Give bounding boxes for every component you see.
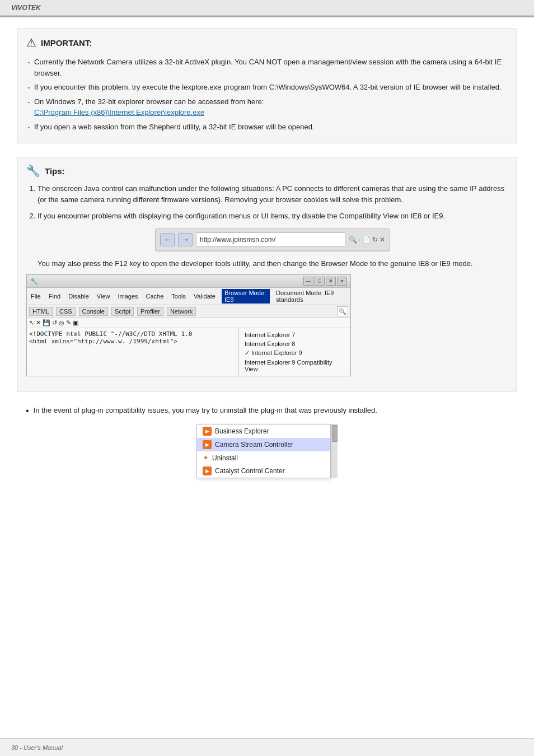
doc-mode-label: Document Mode: IE9 standards bbox=[274, 289, 348, 304]
tips-header: 🔧 Tips: bbox=[26, 164, 508, 178]
select-element-icon[interactable]: ↖ bbox=[29, 319, 34, 326]
code-line-2: <html xmlns="http://www.w. /1999/xhtml"> bbox=[29, 338, 236, 345]
devtools-menubar: File Find Disable View Images Cache Tool… bbox=[27, 288, 350, 305]
devtools-content: <!DOCTYPE html PUBLIC "-//W3C//DTD XHTML… bbox=[27, 328, 350, 376]
context-menu-container: ▶ Business Explorer ▶ Camera Stream Cont… bbox=[196, 424, 338, 478]
business-explorer-label: Business Explorer bbox=[215, 427, 269, 435]
ie9-compat-option[interactable]: Internet Explorer 9 Compatibility View bbox=[241, 358, 348, 374]
page: VIVOTEK ⚠ IMPORTANT: Currently the Netwo… bbox=[0, 0, 534, 756]
list-item: The onscreen Java control can malfunctio… bbox=[38, 183, 508, 205]
devtools-wrapper: 🔧 — □ ✕ ≡ File Find Disable bbox=[26, 274, 508, 376]
tab-network[interactable]: Network bbox=[167, 307, 196, 316]
browser-mode-badge[interactable]: Browser Mode: IE9 bbox=[222, 289, 270, 304]
devtools-controls: — □ ✕ ≡ bbox=[303, 277, 347, 286]
ie7-option[interactable]: Internet Explorer 7 bbox=[241, 330, 348, 339]
page-footer: 30 - User's Manual bbox=[0, 738, 534, 756]
brand-name: VIVOTEK bbox=[11, 4, 41, 12]
outer-bullet-item: In the event of plug-in compatibility is… bbox=[17, 405, 517, 417]
menu-file[interactable]: File bbox=[29, 292, 43, 300]
close-icon: ✕ bbox=[380, 235, 385, 245]
list-item: If you encounter problems with displayin… bbox=[38, 211, 508, 269]
catalyst-label: Catalyst Control Center bbox=[215, 467, 285, 475]
tips-box: 🔧 Tips: The onscreen Java control can ma… bbox=[17, 157, 517, 391]
menu-tools[interactable]: Tools bbox=[170, 292, 188, 300]
menu-cache[interactable]: Cache bbox=[144, 292, 166, 300]
code-line-1: <!DOCTYPE html PUBLIC "-//W3C//DTD XHTML… bbox=[29, 330, 236, 338]
context-menu-wrapper: ▶ Business Explorer ▶ Camera Stream Cont… bbox=[17, 424, 517, 478]
browser-action-icons: 🔍 · 📄 ↻ ✕ bbox=[349, 235, 385, 245]
important-list: Currently the Network Camera utilizes a … bbox=[26, 55, 508, 134]
browser-toolbar: ← → http://www.joinsmsn.com/ 🔍 · 📄 ↻ ✕ bbox=[156, 229, 390, 251]
devtools-icon: 🔧 bbox=[30, 278, 38, 285]
main-content: ⚠ IMPORTANT: Currently the Network Camer… bbox=[0, 17, 534, 496]
maximize-button[interactable]: □ bbox=[315, 277, 325, 286]
business-explorer-icon: ▶ bbox=[203, 427, 212, 436]
list-item: On Windows 7, the 32-bit explorer browse… bbox=[26, 95, 508, 120]
devtools-titlebar: 🔧 — □ ✕ ≡ bbox=[27, 275, 350, 288]
scrollbar[interactable] bbox=[331, 424, 338, 478]
tab-console[interactable]: Console bbox=[79, 307, 108, 316]
refresh-icon: ↻ bbox=[372, 235, 378, 245]
important-box: ⚠ IMPORTANT: Currently the Network Camer… bbox=[17, 29, 517, 143]
delete-icon[interactable]: ✕ bbox=[36, 319, 41, 326]
uninstall-label: Uninstall bbox=[212, 454, 238, 462]
list-item: If you open a web session from the Sheph… bbox=[26, 120, 508, 134]
minimize-button[interactable]: — bbox=[303, 277, 313, 286]
browser-note: You may also press the F12 key to open t… bbox=[38, 258, 508, 269]
menu-disable[interactable]: Disable bbox=[67, 292, 91, 300]
edit-icon[interactable]: ✎ bbox=[66, 319, 71, 326]
menu-images[interactable]: Images bbox=[116, 292, 139, 300]
tips-title: Tips: bbox=[45, 166, 65, 176]
uninstall-icon: ✦ bbox=[203, 454, 209, 462]
menu-validate[interactable]: Validate bbox=[192, 292, 217, 300]
ie9-option[interactable]: Internet Explorer 9 bbox=[241, 348, 348, 358]
undock-button[interactable]: ≡ bbox=[337, 277, 347, 286]
camera-stream-icon: ▶ bbox=[203, 440, 212, 449]
context-menu: ▶ Business Explorer ▶ Camera Stream Cont… bbox=[196, 424, 331, 478]
refresh2-icon[interactable]: ↺ bbox=[52, 319, 57, 326]
box-icon[interactable]: ▣ bbox=[73, 319, 78, 326]
search-icon: 🔍 bbox=[349, 235, 357, 245]
devtools-icons-row: ↖ ✕ 💾 ↺ ◎ ✎ ▣ bbox=[27, 318, 350, 328]
devtools-window: 🔧 — □ ✕ ≡ File Find Disable bbox=[26, 274, 351, 376]
favorites-icon: · bbox=[359, 235, 360, 245]
browser-screenshot: ← → http://www.joinsmsn.com/ 🔍 · 📄 ↻ ✕ bbox=[155, 228, 390, 251]
tab-css[interactable]: CSS bbox=[56, 307, 76, 316]
scrollbar-thumb[interactable] bbox=[332, 425, 338, 442]
menu-business-explorer[interactable]: ▶ Business Explorer bbox=[197, 424, 330, 438]
page-header: VIVOTEK bbox=[0, 0, 534, 16]
tab-profiler[interactable]: Profiler bbox=[137, 307, 163, 316]
outer-bullet-text: In the event of plug-in compatibility is… bbox=[34, 405, 517, 416]
forward-button[interactable]: → bbox=[178, 233, 193, 246]
search-box[interactable]: 🔍 bbox=[337, 306, 348, 316]
devtools-tabs: HTML CSS Console Script Profiler Network… bbox=[27, 305, 350, 318]
menu-camera-stream-controller[interactable]: ▶ Camera Stream Controller bbox=[197, 438, 330, 451]
warning-icon: ⚠ bbox=[26, 36, 36, 49]
menu-find[interactable]: Find bbox=[47, 292, 62, 300]
list-item: Currently the Network Camera utilizes a … bbox=[26, 55, 508, 80]
footer-text: 30 - User's Manual bbox=[11, 744, 63, 751]
important-header: ⚠ IMPORTANT: bbox=[26, 36, 508, 49]
menu-view[interactable]: View bbox=[95, 292, 112, 300]
menu-catalyst-control[interactable]: ▶ Catalyst Control Center bbox=[197, 464, 330, 478]
tab-script[interactable]: Script bbox=[111, 307, 134, 316]
ie8-option[interactable]: Internet Explorer 8 bbox=[241, 339, 348, 348]
devtools-code-panel: <!DOCTYPE html PUBLIC "-//W3C//DTD XHTML… bbox=[27, 328, 238, 376]
camera-stream-label: Camera Stream Controller bbox=[215, 441, 293, 449]
list-item: If you encounter this problem, try execu… bbox=[26, 80, 508, 95]
devtools-dropdown-panel: Internet Explorer 7 Internet Explorer 8 … bbox=[238, 328, 350, 376]
page-icon: 📄 bbox=[362, 235, 371, 245]
circle-icon[interactable]: ◎ bbox=[59, 319, 64, 326]
back-button[interactable]: ← bbox=[160, 233, 175, 246]
important-title: IMPORTANT: bbox=[41, 38, 92, 48]
save-icon[interactable]: 💾 bbox=[43, 319, 50, 326]
file-path-link[interactable]: C:\Program Files (x86)\Internet Explorer… bbox=[34, 108, 204, 116]
url-bar[interactable]: http://www.joinsmsn.com/ bbox=[196, 232, 345, 247]
menu-uninstall[interactable]: ✦ Uninstall bbox=[197, 451, 330, 464]
close-button[interactable]: ✕ bbox=[326, 277, 336, 286]
tab-html[interactable]: HTML bbox=[29, 307, 53, 316]
catalyst-icon: ▶ bbox=[203, 466, 212, 475]
tips-icon: 🔧 bbox=[26, 164, 40, 178]
tips-list: The onscreen Java control can malfunctio… bbox=[26, 183, 508, 269]
devtools-title-left: 🔧 bbox=[30, 278, 38, 285]
